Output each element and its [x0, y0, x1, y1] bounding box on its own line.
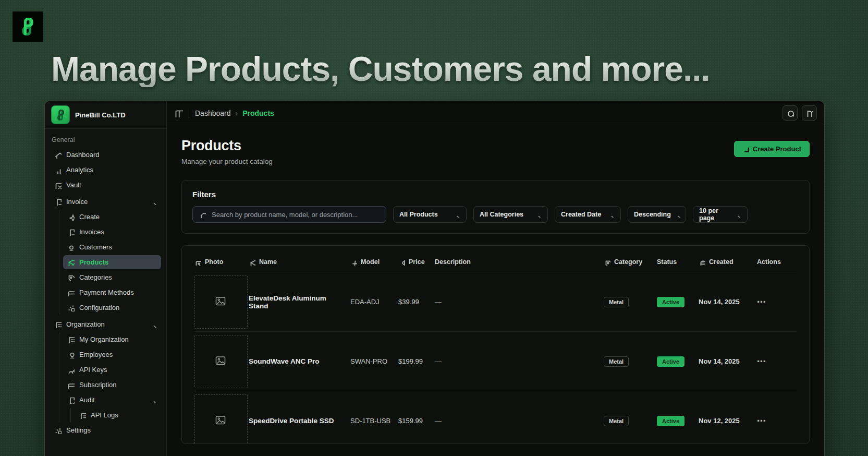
search-input-wrap	[192, 206, 386, 223]
sidebar-item-label: Create	[79, 213, 100, 221]
sidebar-brand-logo	[51, 105, 70, 124]
category-select[interactable]: All Categories	[473, 206, 548, 223]
row-actions-button[interactable]: ⋯	[757, 416, 766, 426]
product-price: $39.99	[398, 298, 435, 306]
row-actions-button[interactable]: ⋯	[757, 297, 766, 307]
sidebar-item-employees[interactable]: Employees	[63, 347, 161, 362]
product-name: ElevateDesk Aluminum Stand	[249, 294, 350, 310]
chevron-down-icon	[608, 211, 615, 218]
sidebar-item-label: Configuration	[79, 304, 119, 311]
sidebar-group-audit[interactable]: Audit	[63, 393, 161, 407]
sidebar-item-customers[interactable]: Customers	[63, 240, 161, 254]
sidebar-item-label: Organization	[66, 320, 105, 328]
product-photo-placeholder	[194, 275, 248, 329]
sidebar: PineBill Co.LTD General Dashboard Analyt…	[45, 101, 167, 456]
row-actions-button[interactable]: ⋯	[757, 356, 766, 366]
sidebar-item-label: API Keys	[79, 366, 107, 374]
search-input[interactable]	[211, 210, 380, 219]
coins-icon	[786, 109, 794, 117]
invoices-icon	[67, 228, 75, 236]
sidebar-item-subscription[interactable]: Subscription	[63, 378, 161, 392]
product-name: SoundWave ANC Pro	[249, 357, 350, 365]
bar-chart-icon	[54, 166, 62, 174]
product-model: EDA-ADJ	[350, 298, 398, 306]
filters-row: All Products All Categories Created Date…	[192, 206, 799, 223]
sort-field-select[interactable]: Created Date	[555, 206, 621, 223]
sidebar-item-create[interactable]: Create	[63, 210, 161, 224]
sort-field-value: Created Date	[561, 211, 601, 218]
column-price: Price	[398, 258, 435, 266]
brand-logo	[13, 11, 43, 42]
sidebar-item-api-logs[interactable]: API Logs	[75, 408, 161, 422]
sidebar-item-products[interactable]: Products	[63, 255, 161, 269]
breadcrumb-dashboard[interactable]: Dashboard	[195, 109, 231, 117]
sidebar-item-label: Categories	[79, 273, 112, 281]
sidebar-item-my-organization[interactable]: My Organization	[63, 332, 161, 346]
product-photo-placeholder	[194, 394, 248, 445]
sidebar-group-organization[interactable]: Organization	[50, 317, 161, 331]
gear-icon	[67, 304, 75, 311]
status-badge: Active	[657, 356, 684, 367]
table-row[interactable]: SoundWave ANC Pro SWAN-PRO $199.99 — Met…	[194, 332, 797, 391]
credit-card-icon	[67, 381, 75, 389]
sort-order-select[interactable]: Descending	[628, 206, 686, 223]
column-description: Description	[435, 258, 604, 266]
app-window: PineBill Co.LTD General Dashboard Analyt…	[44, 101, 825, 456]
create-product-button[interactable]: Create Product	[734, 141, 810, 157]
person-icon	[67, 351, 75, 358]
sidebar-item-label: My Organization	[79, 335, 129, 343]
product-type-select[interactable]: All Products	[393, 206, 467, 223]
product-name: SpeedDrive Portable SSD	[249, 417, 350, 425]
book-open-icon	[805, 109, 813, 117]
breadcrumb-products: Products	[242, 109, 274, 117]
sidebar-group-invoice[interactable]: Invoice	[50, 195, 161, 209]
sidebar-item-settings[interactable]: Settings	[50, 423, 161, 437]
sidebar-item-label: Payment Methods	[79, 289, 134, 296]
sidebar-item-configuration[interactable]: Configuration	[63, 301, 161, 315]
category-badge: Metal	[604, 416, 629, 426]
docs-button[interactable]	[802, 105, 817, 121]
sidebar-item-analytics[interactable]: Analytics	[50, 163, 161, 177]
chevron-down-icon	[151, 198, 157, 205]
page-size-value: 10 per page	[699, 207, 731, 222]
organization-subnav: My Organization Employees API Keys Subsc…	[59, 332, 161, 422]
create-product-label: Create Product	[753, 145, 801, 153]
chevron-down-icon	[675, 211, 681, 218]
currency-button[interactable]	[783, 105, 798, 121]
sidebar-item-api-keys[interactable]: API Keys	[63, 363, 161, 377]
table-row[interactable]: SpeedDrive Portable SSD SD-1TB-USB $159.…	[194, 391, 797, 444]
sidebar-item-label: Subscription	[79, 381, 117, 389]
key-icon	[67, 366, 75, 374]
sidebar-brand[interactable]: PineBill Co.LTD	[45, 101, 166, 129]
page-title: Products	[181, 138, 273, 154]
chevron-down-icon	[151, 321, 157, 328]
topbar-divider	[189, 109, 189, 118]
product-created: Nov 14, 2025	[699, 357, 757, 365]
category-value: All Categories	[480, 211, 523, 218]
sidebar-item-invoices[interactable]: Invoices	[63, 225, 161, 239]
product-model: SD-1TB-USB	[350, 417, 398, 425]
status-badge: Active	[657, 297, 684, 307]
hero-title: Manage Products, Customers and more...	[51, 51, 833, 87]
product-description: —	[435, 357, 604, 365]
sidebar-item-dashboard[interactable]: Dashboard	[50, 148, 161, 162]
page-size-select[interactable]: 10 per page	[693, 206, 748, 223]
category-badge: Metal	[604, 297, 629, 307]
image-icon	[214, 295, 228, 309]
breadcrumb: Dashboard › Products	[195, 109, 274, 117]
status-badge: Active	[657, 416, 684, 426]
gear-icon	[54, 426, 62, 434]
products-table: Photo Name Model Price De	[181, 245, 810, 444]
column-model: Model	[350, 258, 398, 266]
table-row[interactable]: ElevateDesk Aluminum Stand EDA-ADJ $39.9…	[194, 272, 797, 332]
page-content: Products Manage your product catalog Cre…	[167, 125, 824, 456]
product-created: Nov 14, 2025	[699, 298, 757, 306]
sidebar-item-vault[interactable]: Vault	[50, 178, 161, 192]
sidebar-toggle-button[interactable]	[174, 109, 183, 117]
cube-icon	[67, 258, 75, 266]
sidebar-item-categories[interactable]: Categories	[63, 270, 161, 284]
home-icon	[54, 151, 62, 159]
file-check-icon	[67, 396, 75, 404]
sidebar-item-payment-methods[interactable]: Payment Methods	[63, 285, 161, 299]
column-status: Status	[657, 258, 699, 266]
